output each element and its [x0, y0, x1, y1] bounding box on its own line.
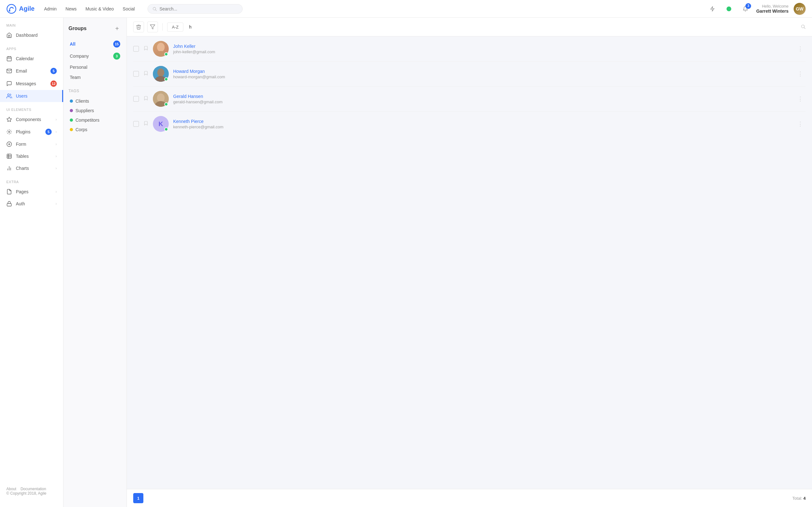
online-dot-gerald [164, 102, 168, 106]
group-item-team[interactable]: Team [68, 72, 121, 82]
search-input[interactable] [159, 6, 238, 11]
notification-btn[interactable]: 3 [740, 3, 751, 14]
group-company-label: Company [70, 54, 89, 59]
avatar-kenneth: K [153, 116, 169, 132]
charts-label: Charts [16, 166, 52, 171]
tag-item-competitors[interactable]: Competitors [68, 115, 121, 125]
user-row: K Kenneth Pierce kenneth-pierce@gmail.co… [133, 112, 806, 136]
pages-arrow: › [55, 189, 57, 194]
sidebar-item-tables[interactable]: Tables › [0, 150, 63, 162]
users-list: John Keller john-keller@gmail.com ⋮ [127, 37, 812, 489]
search-icon [801, 24, 806, 29]
user-more-kenneth[interactable]: ⋮ [795, 119, 806, 129]
sidebar-item-dashboard[interactable]: Dashboard [0, 29, 63, 41]
app-logo[interactable]: Agile [6, 4, 35, 14]
user-email-howard: howard-morgan@gmail.com [173, 74, 791, 79]
user-email-gerald: gerald-hansen@gmail.com [173, 100, 791, 104]
tag-dot-suppliers [70, 109, 73, 112]
sidebar-item-calendar[interactable]: Calendar [0, 53, 63, 65]
toolbar-separator [162, 23, 163, 31]
home-icon [6, 32, 12, 38]
group-company-badge: 3 [113, 53, 120, 60]
group-personal-label: Personal [70, 65, 87, 70]
sidebar-item-components[interactable]: Components › [0, 113, 63, 125]
tag-corps-label: Corps [75, 127, 87, 132]
groups-add-button[interactable]: + [113, 24, 121, 33]
user-name-kenneth[interactable]: Kenneth Pierce [173, 119, 791, 124]
user-more-john[interactable]: ⋮ [795, 44, 806, 54]
bookmark-gerald[interactable] [143, 96, 148, 102]
total-count: 4 [803, 496, 806, 501]
footer-docs[interactable]: Documentation [20, 487, 46, 491]
filter-icon [150, 24, 155, 30]
online-dot-john [164, 52, 168, 56]
user-checkbox-howard[interactable] [133, 71, 139, 77]
bookmark-howard[interactable] [143, 71, 148, 77]
sidebar-item-charts[interactable]: Charts › [0, 162, 63, 174]
tag-item-clients[interactable]: Clients [68, 96, 121, 106]
sidebar-item-messages[interactable]: Messages 12 [0, 77, 63, 90]
search-bar[interactable] [148, 4, 243, 14]
user-name-gerald[interactable]: Gerald Hansen [173, 94, 791, 99]
user-checkbox-john[interactable] [133, 46, 139, 52]
avatar[interactable]: GW [794, 3, 806, 15]
nav-link-admin[interactable]: Admin [44, 6, 57, 11]
filter-input[interactable] [187, 23, 798, 31]
nav-links: Admin News Music & Video Social [44, 6, 135, 11]
user-name-john[interactable]: John Keller [173, 44, 791, 49]
online-dot-howard [164, 77, 168, 81]
page-1-button[interactable]: 1 [133, 493, 143, 503]
bookmark-kenneth[interactable] [143, 121, 148, 127]
apps-label: Apps [0, 41, 63, 53]
pagination-bar: 1 Total: 4 [127, 489, 812, 507]
group-all-badge: 15 [113, 41, 120, 48]
tag-competitors-label: Competitors [75, 118, 99, 123]
tables-label: Tables [16, 154, 52, 159]
user-row: Howard Morgan howard-morgan@gmail.com ⋮ [133, 61, 806, 87]
svg-marker-10 [7, 117, 12, 122]
group-item-company[interactable]: Company 3 [68, 50, 121, 62]
user-checkbox-kenneth[interactable] [133, 121, 139, 127]
group-item-personal[interactable]: Personal [68, 62, 121, 72]
user-more-gerald[interactable]: ⋮ [795, 94, 806, 104]
email-icon [6, 68, 12, 74]
avatar-gerald [153, 91, 169, 107]
calendar-label: Calendar [16, 56, 57, 61]
svg-point-30 [157, 68, 164, 77]
nav-link-news[interactable]: News [66, 6, 77, 11]
components-icon [6, 117, 12, 122]
sidebar-item-email[interactable]: Email 5 [0, 65, 63, 77]
avatar-howard [153, 66, 169, 82]
bookmark-john[interactable] [143, 46, 148, 52]
sidebar-item-form[interactable]: Form › [0, 138, 63, 150]
svg-point-4 [727, 6, 731, 11]
footer-about[interactable]: About [6, 487, 16, 491]
lightning-icon [710, 6, 715, 12]
sidebar-item-auth[interactable]: Auth › [0, 198, 63, 210]
tag-dot-competitors [70, 118, 73, 122]
filter-button[interactable] [147, 21, 158, 32]
sort-button[interactable]: A-Z [167, 22, 183, 32]
group-team-label: Team [70, 75, 81, 80]
lightning-icon-btn[interactable] [707, 3, 718, 14]
user-more-howard[interactable]: ⋮ [795, 69, 806, 78]
toolbar-search-icon[interactable] [801, 24, 806, 30]
messages-icon [6, 81, 12, 87]
tag-item-corps[interactable]: Corps [68, 125, 121, 134]
sidebar-item-users[interactable]: Users [0, 90, 63, 102]
dot-btn[interactable] [723, 3, 734, 14]
groups-header: Groups + [68, 24, 121, 33]
nav-link-music-video[interactable]: Music & Video [86, 6, 114, 11]
greeting-text: Hello, Welcome [756, 4, 789, 9]
topnav-right: 3 Hello, Welcome Garrett Winters GW [707, 3, 806, 15]
nav-link-social[interactable]: Social [123, 6, 135, 11]
delete-button[interactable] [133, 21, 144, 32]
tag-item-suppliers[interactable]: Suppliers [68, 106, 121, 115]
group-item-all[interactable]: All 15 [68, 38, 121, 50]
user-name-howard[interactable]: Howard Morgan [173, 69, 791, 74]
user-row: Gerald Hansen gerald-hansen@gmail.com ⋮ [133, 87, 806, 112]
user-checkbox-gerald[interactable] [133, 96, 139, 102]
sidebar-item-plugins[interactable]: Plugins 5 › [0, 125, 63, 138]
auth-arrow: › [55, 202, 57, 206]
sidebar-item-pages[interactable]: Pages › [0, 186, 63, 198]
